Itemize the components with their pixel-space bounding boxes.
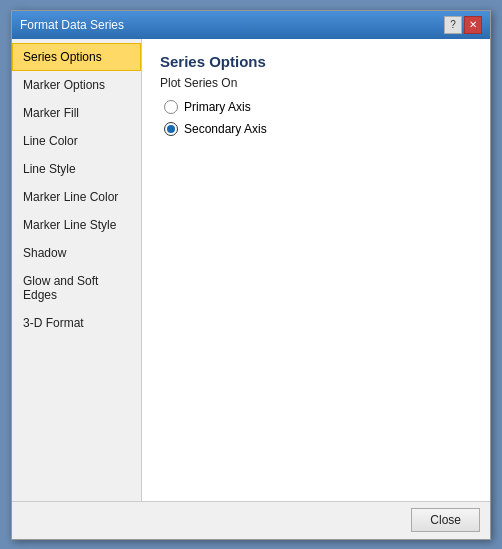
close-button[interactable]: Close bbox=[411, 508, 480, 532]
radio-circle-0 bbox=[164, 100, 178, 114]
radio-label-1: Secondary Axis bbox=[184, 122, 267, 136]
sidebar-item-0[interactable]: Series Options bbox=[12, 43, 141, 71]
radio-option-1[interactable]: Secondary Axis bbox=[164, 122, 472, 136]
sidebar-item-5[interactable]: Marker Line Color bbox=[12, 183, 141, 211]
sidebar-item-4[interactable]: Line Style bbox=[12, 155, 141, 183]
sidebar-item-8[interactable]: Glow and Soft Edges bbox=[12, 267, 141, 309]
radio-option-0[interactable]: Primary Axis bbox=[164, 100, 472, 114]
main-content: Series Options Plot Series On Primary Ax… bbox=[142, 39, 490, 501]
sidebar-item-1[interactable]: Marker Options bbox=[12, 71, 141, 99]
radio-circle-1 bbox=[164, 122, 178, 136]
format-data-series-dialog: Format Data Series ? ✕ Series OptionsMar… bbox=[11, 10, 491, 540]
sidebar: Series OptionsMarker OptionsMarker FillL… bbox=[12, 39, 142, 501]
sidebar-item-3[interactable]: Line Color bbox=[12, 127, 141, 155]
dialog-body: Series OptionsMarker OptionsMarker FillL… bbox=[12, 39, 490, 501]
help-button[interactable]: ? bbox=[444, 16, 462, 34]
title-close-button[interactable]: ✕ bbox=[464, 16, 482, 34]
title-bar-controls: ? ✕ bbox=[444, 16, 482, 34]
sidebar-item-7[interactable]: Shadow bbox=[12, 239, 141, 267]
section-title: Series Options bbox=[160, 53, 472, 70]
sidebar-item-6[interactable]: Marker Line Style bbox=[12, 211, 141, 239]
sidebar-item-9[interactable]: 3-D Format bbox=[12, 309, 141, 337]
radio-group: Primary AxisSecondary Axis bbox=[160, 100, 472, 136]
plot-series-label: Plot Series On bbox=[160, 76, 472, 90]
sidebar-item-2[interactable]: Marker Fill bbox=[12, 99, 141, 127]
dialog-title: Format Data Series bbox=[20, 18, 124, 32]
title-bar: Format Data Series ? ✕ bbox=[12, 11, 490, 39]
dialog-footer: Close bbox=[12, 501, 490, 539]
radio-label-0: Primary Axis bbox=[184, 100, 251, 114]
